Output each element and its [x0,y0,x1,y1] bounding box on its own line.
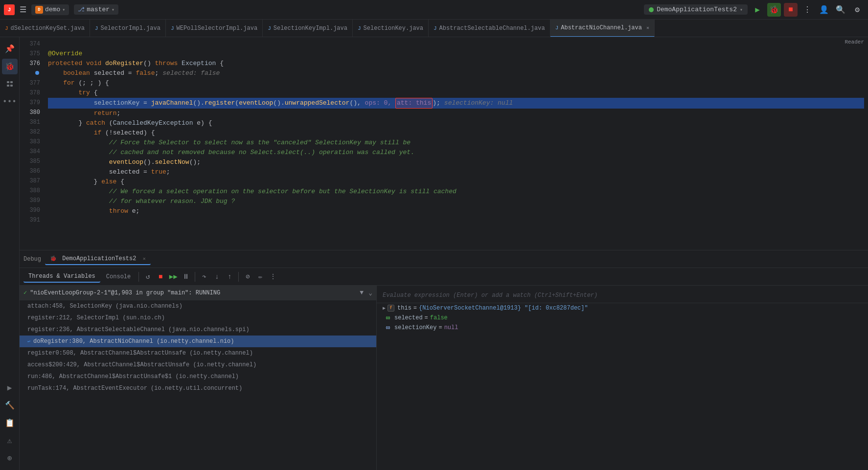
tab-selectorimpl[interactable]: J SelectorImpl.java [90,20,166,37]
code-line-383: if (!selected) { [48,128,864,138]
more-button[interactable]: ⋮ [800,3,814,17]
stack-label: run:486, AbstractChannel$AbstractUnsafe$… [27,373,239,380]
run-button[interactable]: ▶ [751,3,764,17]
tab-icon: J [171,25,174,31]
var-item-this[interactable]: ▶ f this = {NioServerSocketChannel@1913}… [377,303,868,313]
tab-close-icon[interactable]: ✕ [646,25,649,31]
sidebar-icon-build[interactable]: 🔨 [2,398,18,413]
thread-filter-icon[interactable]: ▼ [360,289,364,296]
svg-rect-3 [10,85,13,87]
code-line-386: eventLoop().selectNow(); [48,157,864,167]
stack-item-doregister[interactable]: ↩ doRegister:380, AbstractNioChannel (io… [20,336,376,347]
branch-name: master [87,6,110,13]
debug-pause-button[interactable]: ⏸ [180,271,192,283]
project-selector[interactable]: D demo ▾ [31,4,69,15]
tab-icon: J [268,25,271,31]
code-line-390: // for whatever reason. JDK bug ? [48,197,864,206]
thread-name: "nioEventLoopGroup-2-1"@1,903 in group "… [30,290,220,296]
debug-more-button[interactable]: ⋮ [267,271,279,283]
var-expand-icon[interactable]: ▶ [383,305,386,311]
branch-selector[interactable]: ⎇ master ▾ [74,4,118,15]
debug-rerun-button[interactable]: ↺ [142,271,154,283]
reader-label: Reader [845,39,864,45]
project-dropdown-icon: ▾ [62,7,65,13]
var-item-selectionkey[interactable]: ∞ selectionKey = null [377,323,868,333]
debug-stepout-button[interactable]: ↑ [224,271,235,283]
sidebar-icon-debug[interactable]: 🐞 [2,59,18,74]
tab-abstractselectablechannel[interactable]: J AbstractSelectableChannel.java [429,20,550,37]
stack-item-runtask[interactable]: runTask:174, AbstractEventExecutor (io.n… [20,382,376,394]
settings-button[interactable]: ⚙ [850,3,864,17]
branch-dropdown-icon: ▾ [112,7,114,13]
tab-label: SelectionKeyImpl.java [274,25,347,32]
var-type-icon-selectionkey: ∞ [385,324,391,331]
debug-edit-button[interactable]: ✏ [254,271,266,283]
sidebar-icon-problems[interactable]: ⚠ [2,433,18,448]
var-name-this: this [397,305,411,312]
tab-label: AbstractNioChannel.java [561,24,642,31]
code-line-377: boolean selected = false;selected: false [48,68,864,78]
debug-tab-close-icon[interactable]: ✕ [143,256,146,262]
debug-tab-demoapplicationtests2[interactable]: 🐞 DemoApplicationTests2 ✕ [45,253,151,265]
debug-content: ✓ "nioEventLoopGroup-2-1"@1,903 in group… [20,286,868,470]
stop-button[interactable]: ■ [784,3,798,17]
tab-selectionkey[interactable]: J SelectionKey.java [353,20,429,37]
run-status-dot [649,7,654,12]
stack-label: register0:508, AbstractChannel$AbstractU… [27,350,253,357]
var-item-selected[interactable]: ∞ selected = false [377,313,868,323]
debug-subtab-threads[interactable]: Threads & Variables [23,271,100,283]
tab-label: AbstractSelectableChannel.java [439,25,545,32]
debug-resume-button[interactable]: ▶▶ [167,271,179,283]
eval-placeholder: Evaluate expression (Enter) or add a wat… [383,292,597,299]
search-button[interactable]: 🔍 [834,3,847,17]
toolbar-separator-3 [238,272,239,282]
tab-icon: J [434,25,437,31]
debug-button[interactable]: 🐞 [767,3,781,17]
stack-item-register212[interactable]: register:212, SelectorImpl (sun.nio.ch) [20,312,376,324]
sidebar-icon-pin[interactable]: 📌 [2,41,18,57]
stack-item-register236[interactable]: register:236, AbstractSelectableChannel … [20,324,376,336]
sidebar-icon-run[interactable]: ▶ [2,380,18,396]
sidebar-icon-todo[interactable]: 📋 [2,415,18,431]
var-name-selectionkey: selectionKey [394,324,436,331]
code-editor[interactable]: 374 375 376 377 378 379 380 381 382 383 … [20,37,868,250]
eval-bar[interactable]: Evaluate expression (Enter) or add a wat… [377,288,868,303]
sidebar-icon-more[interactable]: ••• [2,94,18,110]
user-button[interactable]: 👤 [817,3,831,17]
debug-stop-button[interactable]: ■ [155,271,166,283]
tab-abstractniochannel[interactable]: J AbstractNioChannel.java ✕ [550,20,655,37]
thread-dropdown-icon[interactable]: ⌄ [368,289,372,297]
svg-rect-2 [7,85,9,87]
toolbar-separator [138,272,139,282]
project-name: demo [45,6,60,13]
sidebar-icon-structure[interactable] [2,76,18,92]
sidebar-icon-terminal[interactable]: ⊕ [2,450,18,466]
tab-icon: J [555,25,559,31]
run-config-selector[interactable]: DemoApplicationTests2 ▾ [644,4,748,15]
stack-item-run486[interactable]: run:486, AbstractChannel$AbstractUnsafe$… [20,371,376,382]
tab-wepollselectorimpl[interactable]: J WEPollSelectorImpl.java [166,20,263,37]
tab-dselectionkeyset[interactable]: J dSelectionKeySet.java [0,20,90,37]
debug-stepinto-button[interactable]: ↓ [211,271,223,283]
code-line-387: selected = true; [48,167,864,177]
code-line-374 [48,39,864,49]
var-name-selected: selected [394,314,423,321]
stack-item-attach[interactable]: attach:458, SelectionKey (java.nio.chann… [20,300,376,312]
hamburger-button[interactable]: ☰ [18,3,28,17]
debug-stepover-button[interactable]: ↷ [198,271,210,283]
debug-mute-button[interactable]: ⊘ [242,271,253,283]
stack-label: register:212, SelectorImpl (sun.nio.ch) [27,314,165,321]
stack-arrow-icon: ↩ [27,338,30,344]
tab-label: WEPollSelectorImpl.java [176,25,257,32]
var-value-selected: false [430,314,448,321]
code-line-385: // cached and not removed because no Sel… [48,148,864,157]
stack-label: register:236, AbstractSelectableChannel … [27,326,250,333]
code-line-389: // We forced a select operation on the s… [48,187,864,197]
code-line-381: return; [48,109,864,118]
stack-item-register0[interactable]: register0:508, AbstractChannel$AbstractU… [20,347,376,359]
stack-item-access200[interactable]: access$200:429, AbstractChannel$Abstract… [20,359,376,371]
debug-panel: Debug 🐞 DemoApplicationTests2 ✕ Threads … [20,250,868,470]
stack-label: access$200:429, AbstractChannel$Abstract… [27,361,256,368]
tab-selectionkeyimpl[interactable]: J SelectionKeyImpl.java [263,20,353,37]
debug-subtab-console[interactable]: Console [101,271,136,282]
